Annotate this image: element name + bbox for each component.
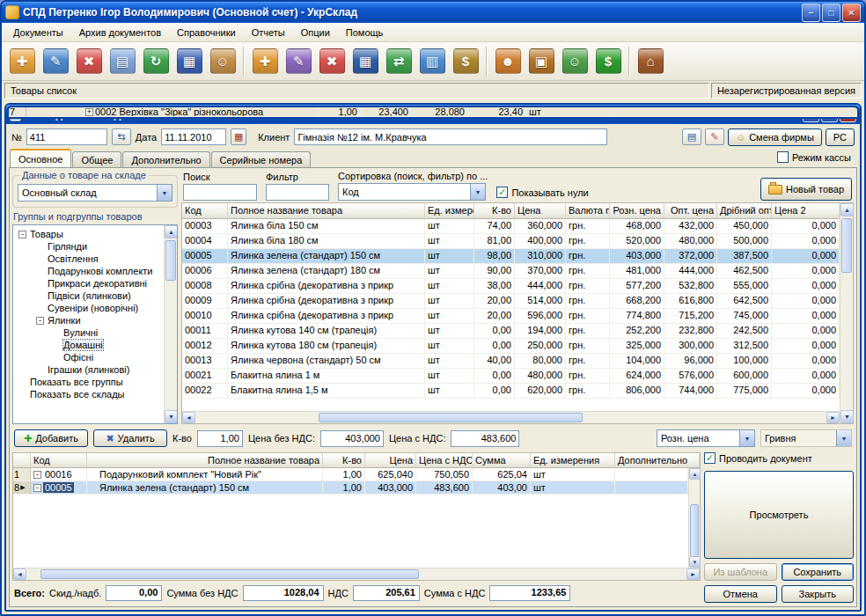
menu-item[interactable]: Опции bbox=[293, 26, 338, 40]
price-vat-input[interactable] bbox=[451, 430, 519, 447]
tree-expander-icon[interactable] bbox=[36, 292, 44, 300]
price-input[interactable] bbox=[320, 430, 384, 447]
tree-node[interactable]: Вуличні bbox=[13, 326, 164, 339]
scroll-thumb[interactable] bbox=[165, 240, 176, 281]
tree-expander-icon[interactable]: - bbox=[33, 471, 41, 479]
number-picker-button[interactable]: ⇆ bbox=[112, 128, 131, 145]
product-row[interactable]: 00009 Ялинка срібна (декоративна з прикр… bbox=[182, 294, 840, 309]
currency-combobox[interactable]: Гривня ▼ bbox=[760, 429, 852, 447]
new-order-icon[interactable]: ✚ bbox=[248, 45, 282, 78]
tab[interactable]: Основное bbox=[10, 149, 71, 167]
scroll-up-icon[interactable]: ▲ bbox=[840, 203, 854, 216]
edit-invoice-icon[interactable]: ✎ bbox=[39, 45, 72, 78]
date-input[interactable] bbox=[161, 128, 226, 145]
report-icon[interactable]: ▥ bbox=[415, 45, 449, 78]
scroll-down-icon[interactable]: ▼ bbox=[689, 556, 701, 568]
product-row[interactable]: 00008 Ялинка срібна (декоративна з прикр… bbox=[182, 279, 840, 294]
new-item-button[interactable]: Новый товар bbox=[760, 178, 852, 201]
column-header[interactable]: Полное название товара bbox=[87, 453, 323, 468]
column-header[interactable]: Код bbox=[31, 453, 87, 468]
refresh-invoice-icon[interactable]: ↻ bbox=[139, 45, 172, 78]
tree-node[interactable]: - Ялинки bbox=[13, 314, 164, 326]
tree-expander-icon[interactable]: - bbox=[33, 484, 41, 492]
tab[interactable]: Серийные номера bbox=[211, 151, 312, 167]
tree-expander-icon[interactable] bbox=[36, 366, 44, 374]
tree-expander-icon[interactable]: - bbox=[18, 231, 26, 238]
tree-expander-icon[interactable]: - bbox=[36, 317, 44, 325]
column-header[interactable]: Цена bbox=[515, 203, 566, 219]
tree-node[interactable]: Сувеніри (новорічні) bbox=[13, 302, 164, 314]
close-button[interactable]: ✕ bbox=[842, 4, 861, 22]
column-header[interactable]: Ед. измерени bbox=[425, 203, 474, 219]
tree-node[interactable]: Офісні bbox=[13, 351, 164, 363]
scroll-right-icon[interactable]: ► bbox=[686, 568, 700, 580]
exchange-icon[interactable]: ⇄ bbox=[382, 45, 415, 78]
close-doc-button[interactable]: Закрыть bbox=[782, 585, 855, 603]
invoice-list-icon[interactable]: ▦ bbox=[172, 45, 206, 78]
column-header[interactable]: Опт. цена bbox=[664, 203, 717, 219]
copy-invoice-icon[interactable]: ▤ bbox=[106, 45, 139, 78]
tree-node[interactable]: Показать все склады bbox=[13, 388, 164, 400]
tree-expander-icon[interactable] bbox=[52, 329, 60, 337]
tree-expander-icon[interactable] bbox=[52, 341, 60, 349]
scroll-down-icon[interactable]: ▼ bbox=[165, 410, 178, 423]
tree-expander-icon[interactable] bbox=[90, 471, 98, 479]
chevron-down-icon[interactable]: ▼ bbox=[836, 430, 851, 446]
tree-node[interactable]: Підвіси (ялинкови) bbox=[13, 290, 164, 302]
scroll-up-icon[interactable]: ▲ bbox=[165, 225, 178, 238]
calculator-icon[interactable]: ▦ bbox=[349, 45, 382, 78]
tab[interactable]: Дополнительно bbox=[122, 151, 209, 167]
column-header[interactable]: Цена 2 bbox=[772, 203, 840, 219]
tree-expander-icon[interactable] bbox=[90, 484, 98, 492]
tab[interactable]: Общее bbox=[72, 151, 121, 167]
column-header[interactable]: Код bbox=[182, 203, 228, 219]
column-header[interactable]: Дрібний опт bbox=[717, 203, 772, 219]
save-button[interactable]: Сохранить bbox=[782, 563, 855, 581]
tree-expander-icon[interactable] bbox=[36, 255, 44, 263]
chevron-down-icon[interactable]: ▼ bbox=[157, 185, 172, 201]
tree-node[interactable]: Прикраси декоративні bbox=[13, 277, 164, 290]
column-header[interactable]: Розн. цена bbox=[610, 203, 664, 219]
menu-item[interactable]: Справочники bbox=[169, 26, 244, 40]
product-row[interactable]: 00003 Ялинка біла 150 см шт 74,00 360,00… bbox=[182, 219, 840, 234]
delete-invoice-icon[interactable]: ✖ bbox=[72, 45, 106, 78]
invoice-row[interactable]: 8▶ -00005 Ялинка зелена (стандарт) 150 с… bbox=[13, 481, 688, 495]
product-row[interactable]: 00006 Ялинка зелена (стандарт) 180 см шт… bbox=[182, 264, 840, 279]
tree-node[interactable]: Подарункові комплекти bbox=[13, 265, 164, 277]
product-row[interactable]: 00012 Ялинка кутова 180 см (трапеція) шт… bbox=[182, 339, 840, 354]
main-titlebar[interactable]: СПД Петренко Ігор Володимирович (Основно… bbox=[2, 2, 864, 23]
preview-button[interactable]: Просмотреть bbox=[704, 471, 854, 559]
minimize-button[interactable]: – bbox=[802, 4, 820, 22]
tree-expander-icon[interactable] bbox=[18, 378, 26, 386]
product-row[interactable]: 00004 Ялинка біла 180 см шт 81,00 400,00… bbox=[182, 234, 840, 249]
add-button[interactable]: ✚ Добавить bbox=[14, 429, 88, 447]
conduct-checkbox[interactable]: ✓ bbox=[704, 452, 716, 464]
menu-item[interactable]: Архив документов bbox=[71, 26, 169, 40]
from-template-button[interactable]: Из шаблона bbox=[704, 563, 777, 581]
column-header[interactable]: Сумма bbox=[473, 453, 531, 468]
tree-vscrollbar[interactable]: ▲ ▼ bbox=[164, 225, 177, 423]
money-report-icon[interactable]: $ bbox=[449, 45, 482, 78]
number-input[interactable] bbox=[26, 128, 107, 145]
chevron-down-icon[interactable]: ▼ bbox=[470, 184, 485, 200]
scroll-left-icon[interactable]: ◄ bbox=[182, 412, 195, 423]
invoice-vscrollbar[interactable]: ▲ ▼ bbox=[688, 468, 700, 568]
scroll-up-icon[interactable]: ▲ bbox=[689, 468, 701, 480]
column-header[interactable]: Валюта пр bbox=[566, 203, 610, 219]
scroll-left-icon[interactable]: ◄ bbox=[13, 568, 26, 580]
column-header[interactable] bbox=[13, 453, 31, 468]
show-zeros-checkbox[interactable]: ✓ bbox=[496, 187, 508, 198]
tree-expander-icon[interactable] bbox=[36, 268, 44, 275]
exit-icon[interactable]: ⌂ bbox=[634, 45, 667, 78]
tree-expander-icon[interactable] bbox=[18, 391, 26, 399]
scroll-thumb[interactable] bbox=[690, 504, 699, 557]
tree-expander-icon[interactable] bbox=[36, 280, 44, 288]
tree-node[interactable]: Показать все группы bbox=[13, 376, 164, 388]
product-row[interactable]: 00013 Ялинка червона (стандарт) 50 см шт… bbox=[182, 354, 840, 369]
tree-expander-icon[interactable] bbox=[36, 304, 44, 312]
column-header[interactable]: Цена с НДС bbox=[416, 453, 473, 468]
pc-button[interactable]: РС bbox=[826, 128, 855, 146]
tree-node[interactable]: Гірлянди bbox=[13, 240, 164, 253]
tree-expander-icon[interactable] bbox=[52, 354, 60, 362]
search-input[interactable] bbox=[183, 184, 257, 201]
